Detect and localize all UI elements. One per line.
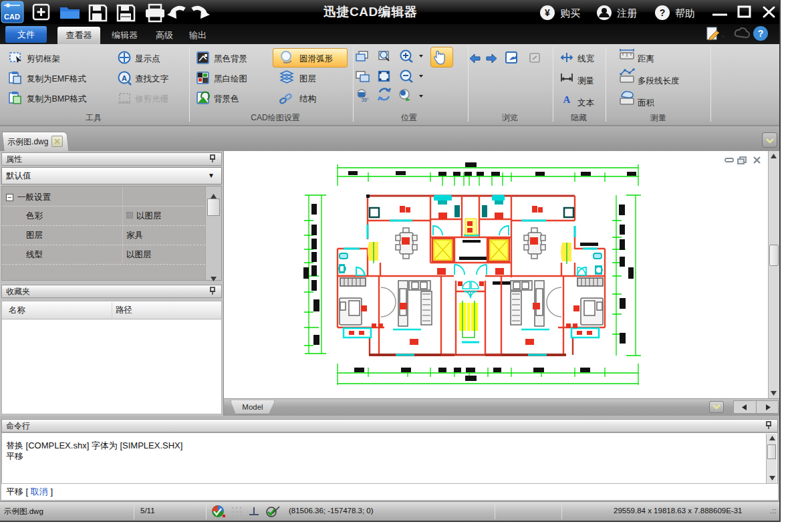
svg-text:CAD: CAD [4, 13, 20, 21]
svg-text:35°: 35° [362, 98, 369, 102]
svg-text:A: A [563, 94, 571, 105]
svg-text:?: ? [758, 28, 764, 39]
svg-text:A: A [122, 74, 127, 82]
